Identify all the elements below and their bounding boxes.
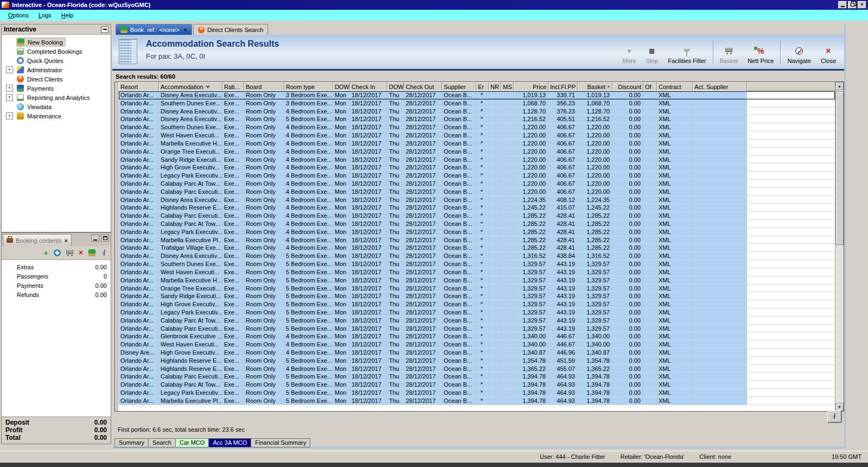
close-tab-icon[interactable]: × <box>64 237 67 244</box>
sidebar-item-direct-clients[interactable]: Direct Clients <box>2 74 111 84</box>
bottom-tab-search[interactable]: Search <box>148 438 176 447</box>
sidebar-item-quick-quotes[interactable]: Quick Quotes <box>2 56 111 65</box>
column-header-check-out[interactable]: Check Out <box>404 82 442 91</box>
table-row[interactable]: Orlando Ar...Sandy Ridge Executi...Exe..… <box>119 292 835 300</box>
column-header-basket[interactable]: Basket▼ <box>578 82 612 91</box>
add-icon[interactable]: + <box>43 249 48 256</box>
palm-tree-icon[interactable] <box>88 249 95 256</box>
basket-icon[interactable] <box>66 250 73 254</box>
bottom-tab-summary[interactable]: Summary <box>114 438 149 447</box>
column-header-er[interactable]: Er <box>476 82 489 91</box>
column-header-resort[interactable]: Resort <box>119 82 159 91</box>
column-header-act-supplier[interactable]: Act. Supplier <box>693 82 747 91</box>
collapse-panel-button[interactable] <box>101 26 108 33</box>
table-row[interactable]: Orlando Ar...High Grove Executiv...Exe..… <box>119 300 835 308</box>
nett-price-button[interactable]: %Nett Price <box>743 38 778 66</box>
bottom-tab-acc-3a-mco[interactable]: Acc 3A MCO <box>208 438 251 447</box>
sidebar-item-payments[interactable]: +Payments <box>2 84 111 93</box>
column-header-rati[interactable]: Rati... <box>222 82 244 91</box>
table-row[interactable]: Orlando Ar...Highlands Reserve E...Exe..… <box>119 204 835 212</box>
restore-button[interactable] <box>848 1 857 9</box>
facilities-filter-button[interactable]: Facilities Filter <box>663 38 711 66</box>
table-row[interactable]: Orlando Ar...Calabay Parc Executi...Exe.… <box>119 212 835 220</box>
expander-icon[interactable]: + <box>6 66 13 73</box>
tab-book-ref-none[interactable]: Book. ref.: <none>× <box>116 24 192 35</box>
table-row[interactable]: Orlando Ar...Disney Area Executiv...Exe.… <box>119 91 835 99</box>
table-row[interactable]: Orlando Ar...Southern Dunes Exe...Exe...… <box>119 99 835 108</box>
column-header-dow[interactable]: DOW <box>387 82 404 91</box>
sidebar-item-administrator[interactable]: +Administrator <box>2 65 111 74</box>
table-row[interactable]: Orlando Ar...Disney Area Executiv...Exe.… <box>119 196 835 204</box>
column-header-check-in[interactable]: Check In <box>350 82 387 91</box>
scrollbar-thumb[interactable] <box>835 91 844 245</box>
table-row[interactable]: Orlando Ar...Southern Dunes Exe...Exe...… <box>119 123 835 131</box>
table-row[interactable]: Orlando Ar...West Haven Executi...Exe...… <box>119 131 835 140</box>
column-header-incl-fl-pp[interactable]: Incl.Fl.PP <box>548 82 578 91</box>
filter-icon[interactable] <box>206 86 210 89</box>
table-row[interactable]: Orlando Ar...Legacy Park Executiv...Exe.… <box>119 389 835 397</box>
column-header-price[interactable]: Price <box>514 82 548 91</box>
sidebar-item-reporting-and-analytics[interactable]: +Reporting and Analytics <box>2 93 111 102</box>
close-button[interactable]: × <box>858 1 866 9</box>
table-row[interactable]: Orlando Ar...Disney Area Executiv...Exe.… <box>119 115 835 123</box>
table-row[interactable]: Orlando Ar...Marbella Executive H...Exe.… <box>119 276 835 285</box>
expander-icon[interactable]: + <box>6 94 13 101</box>
table-row[interactable]: Orlando Ar...Disney Area Executiv...Exe.… <box>119 252 835 260</box>
table-row[interactable]: Orlando Ar...Highlands Reserve E...Exe..… <box>119 357 835 365</box>
sidebar-item-completed-bookings[interactable]: Completed Bookings <box>2 47 111 56</box>
table-row[interactable]: Orlando Ar...Highlands Reserve E...Exe..… <box>119 365 835 373</box>
booking-item-payments[interactable]: Payments0.00 <box>2 281 111 290</box>
menu-logs[interactable]: Logs <box>34 11 56 20</box>
info-icon[interactable]: i <box>103 249 105 257</box>
table-row[interactable]: Orlando Ar...Legacy Park Executiv...Exe.… <box>119 308 835 317</box>
table-row[interactable]: Orlando Ar...Legacy Park Executiv...Exe.… <box>119 172 835 180</box>
table-row[interactable]: Orlando Ar...West Haven Executi...Exe...… <box>119 268 835 276</box>
column-header-of[interactable]: Of <box>643 82 657 91</box>
table-row[interactable]: Orlando Ar...Calabay Parc At Tow...Exe..… <box>119 381 835 389</box>
column-header-ms[interactable]: MS <box>501 82 514 91</box>
navigate-button[interactable]: Navigate <box>782 38 815 66</box>
sidebar-item-viewdata[interactable]: Viewdata <box>2 102 111 111</box>
availability-icon[interactable] <box>54 249 61 256</box>
table-row[interactable]: Orlando Ar...Orange Tree Executi...Exe..… <box>119 148 835 156</box>
column-header-dow[interactable]: DOW <box>333 82 350 91</box>
table-row[interactable]: Orlando Ar...Calabay Parc Executi...Exe.… <box>119 188 835 196</box>
table-row[interactable]: Orlando Ar...Orange Tree Executi...Exe..… <box>119 285 835 293</box>
menu-options[interactable]: Options <box>3 11 34 20</box>
vertical-scrollbar[interactable]: ▲ ▼ <box>835 82 844 411</box>
table-row[interactable]: Orlando Ar...Trafalgar Village Exe...Exe… <box>119 244 835 252</box>
menu-help[interactable]: Help <box>56 11 79 20</box>
table-row[interactable]: Orlando Ar...Glenbrook Executive ...Exe.… <box>119 332 835 340</box>
table-row[interactable]: Orlando Ar...Calabay Parc Executi...Exe.… <box>119 325 835 333</box>
table-row[interactable]: Orlando Ar...Calabay Parc At Tow...Exe..… <box>119 317 835 325</box>
close-tab-icon[interactable]: × <box>184 27 187 33</box>
table-row[interactable]: Orlando Ar...Sandy Ridge Executi...Exe..… <box>119 156 835 164</box>
column-header-contract[interactable]: Contract <box>657 82 693 91</box>
scroll-down-icon[interactable]: ▼ <box>835 403 844 411</box>
column-header-discount[interactable]: Discount <box>612 82 643 91</box>
minimize-button[interactable] <box>838 1 847 9</box>
tab-direct-clients-search[interactable]: Direct Clients Search <box>193 24 268 35</box>
close-button[interactable]: ×Close <box>816 38 841 66</box>
column-header-room-type[interactable]: Room type <box>284 82 333 91</box>
booking-item-extras[interactable]: Extras0.00 <box>2 262 111 272</box>
column-header-accommodation[interactable]: Accommodation <box>159 82 222 91</box>
table-row[interactable]: Orlando Ar...Marbella Executive H...Exe.… <box>119 140 835 148</box>
table-row[interactable]: Orlando Ar...Disney Area Executiv...Exe.… <box>119 108 835 116</box>
bottom-tab-car-mco[interactable]: Car MCO <box>175 438 209 447</box>
bottom-tab-financial-summary[interactable]: Financial Summary <box>251 438 310 447</box>
column-header-nr[interactable]: NR <box>489 82 501 91</box>
table-row[interactable]: Orlando Ar...Calabay Parc At Tow...Exe..… <box>119 180 835 188</box>
column-header-supplier[interactable]: Supplier <box>442 82 476 91</box>
booking-item-refunds[interactable]: Refunds0.00 <box>2 290 111 299</box>
table-row[interactable]: Orlando Ar...Southern Dunes Exe...Exe...… <box>119 260 835 268</box>
sidebar-item-maintenance[interactable]: +Maintenance <box>2 111 111 121</box>
table-row[interactable]: Orlando Ar...Marbella Executive Pl...Exe… <box>119 397 835 405</box>
table-row[interactable]: Disney Are...High Grove Executiv...Exe..… <box>119 349 835 357</box>
panel-maximize-button[interactable] <box>101 235 109 242</box>
expander-icon[interactable]: + <box>6 85 13 92</box>
sidebar-item-new-booking[interactable]: New Booking <box>2 37 111 47</box>
booking-contents-tab[interactable]: Booking contents × <box>3 234 72 246</box>
info-button[interactable]: i <box>827 411 841 422</box>
column-header-board[interactable]: Board <box>244 82 284 91</box>
